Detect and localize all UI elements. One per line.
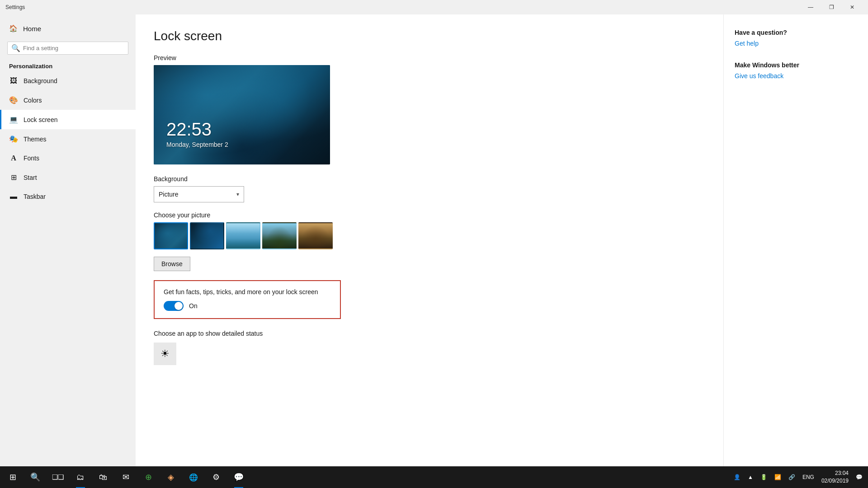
maximize-button[interactable]: ❐ <box>821 0 842 14</box>
title-bar: Settings — ❐ ✕ <box>0 0 868 14</box>
thumbnail-5[interactable] <box>298 222 333 249</box>
search-input[interactable] <box>23 45 124 52</box>
sidebar-item-label-lockscreen: Lock screen <box>24 116 57 123</box>
background-dropdown[interactable]: Picture ▾ <box>154 186 244 202</box>
sidebar-item-start[interactable]: ⊞ Start <box>0 168 136 187</box>
clock-time: 23:04 <box>821 469 849 477</box>
sidebar-item-label-themes: Themes <box>24 136 47 143</box>
language-button[interactable]: ENG <box>799 466 818 488</box>
picture-thumbnails <box>154 222 705 249</box>
preview-background <box>154 65 330 164</box>
settings-button-taskbar[interactable]: ⚙ <box>205 466 227 488</box>
colors-icon: 🎨 <box>9 96 18 104</box>
thumbnail-4[interactable] <box>262 222 297 249</box>
minimize-button[interactable]: — <box>800 0 821 14</box>
app-orange-button[interactable]: ◈ <box>160 466 182 488</box>
taskbar: ⊞ 🔍 ❑❑ 🗂 🛍 ✉ ⊕ ◈ 🌐 ⚙ 💬 👤 ▲ 🔋 📶 🔗 ENG 23:… <box>0 466 868 488</box>
thumbnail-3[interactable] <box>226 222 260 249</box>
sidebar-item-background[interactable]: 🖼 Background <box>0 71 136 90</box>
title-bar-controls: — ❐ ✕ <box>800 0 863 14</box>
feedback-link[interactable]: Give us feedback <box>735 72 857 80</box>
browse-button[interactable]: Browse <box>154 257 190 271</box>
taskbar-search-icon[interactable]: 👤 <box>730 466 744 488</box>
fonts-icon: A <box>9 154 18 162</box>
wifi-icon[interactable]: 📶 <box>771 466 785 488</box>
search-icon: 🔍 <box>11 44 20 52</box>
sidebar-home-label: Home <box>23 25 41 33</box>
sidebar-item-taskbar[interactable]: ▬ Taskbar <box>0 187 136 206</box>
close-button[interactable]: ✕ <box>842 0 863 14</box>
background-label: Background <box>154 175 705 183</box>
preview-date: Monday, September 2 <box>166 141 228 148</box>
toggle-row: On <box>164 301 331 311</box>
task-view-button[interactable]: ❑❑ <box>47 466 69 488</box>
lock-screen-preview: 22:53 Monday, September 2 <box>154 65 330 164</box>
fun-facts-text: Get fun facts, tips, tricks, and more on… <box>164 288 331 296</box>
fun-facts-toggle[interactable] <box>164 301 184 311</box>
chevron-down-icon: ▾ <box>236 191 239 197</box>
sidebar-item-label-colors: Colors <box>24 97 42 104</box>
chrome-button[interactable]: 🌐 <box>183 466 204 488</box>
start-icon: ⊞ <box>9 173 18 182</box>
sidebar-section-label: Personalization <box>0 59 136 71</box>
app-blue-button[interactable]: 💬 <box>228 466 250 488</box>
taskbar-icon-sidebar: ▬ <box>9 192 18 201</box>
notification-button[interactable]: 💬 <box>852 466 866 488</box>
taskbar-right: 👤 ▲ 🔋 📶 🔗 ENG 23:04 02/09/2019 💬 <box>730 466 866 488</box>
choose-app-label: Choose an app to show detailed status <box>154 330 705 337</box>
store-button[interactable]: 🛍 <box>92 466 114 488</box>
fun-facts-box: Get fun facts, tips, tricks, and more on… <box>154 280 341 319</box>
sidebar-item-label-fonts: Fonts <box>24 155 39 162</box>
toggle-label: On <box>189 302 198 310</box>
file-explorer-button[interactable]: 🗂 <box>70 466 91 488</box>
sidebar-search-container: 🔍 <box>7 42 128 55</box>
language-label: ENG <box>802 474 814 480</box>
background-icon: 🖼 <box>9 77 18 85</box>
sidebar-item-fonts[interactable]: A Fonts <box>0 149 136 168</box>
clock[interactable]: 23:04 02/09/2019 <box>818 466 852 488</box>
sidebar-item-lockscreen[interactable]: 💻 Lock screen <box>0 110 136 129</box>
sidebar-item-home[interactable]: 🏠 Home <box>0 18 136 39</box>
app-body: 🏠 Home 🔍 Personalization 🖼 Background 🎨 … <box>0 14 868 466</box>
sound-icon[interactable]: 🔗 <box>785 466 799 488</box>
home-icon: 🏠 <box>9 24 18 33</box>
dropdown-value: Picture <box>159 191 179 198</box>
themes-icon: 🎭 <box>9 135 18 143</box>
main-panel: Lock screen Preview 22:53 Monday, Septem… <box>136 14 723 466</box>
app-green-button[interactable]: ⊕ <box>137 466 159 488</box>
title-bar-title: Settings <box>5 4 25 10</box>
preview-time: 22:53 <box>166 119 212 140</box>
detailed-status-app-button[interactable]: ☀ <box>154 343 176 365</box>
start-button[interactable]: ⊞ <box>2 466 24 488</box>
sidebar-item-label-taskbar: Taskbar <box>24 193 46 200</box>
background-dropdown-row: Picture ▾ <box>154 186 705 202</box>
get-help-link[interactable]: Get help <box>735 40 857 47</box>
search-button-taskbar[interactable]: 🔍 <box>24 466 46 488</box>
lockscreen-icon: 💻 <box>9 115 18 124</box>
sidebar-item-colors[interactable]: 🎨 Colors <box>0 90 136 110</box>
weather-icon: ☀ <box>160 348 170 360</box>
preview-label: Preview <box>154 54 705 61</box>
clock-date: 02/09/2019 <box>821 477 849 485</box>
page-title: Lock screen <box>154 29 705 43</box>
battery-icon[interactable]: 🔋 <box>757 466 771 488</box>
help-title: Have a question? <box>735 29 857 36</box>
sidebar-item-label-start: Start <box>24 174 37 181</box>
sidebar: 🏠 Home 🔍 Personalization 🖼 Background 🎨 … <box>0 14 136 466</box>
thumbnail-2[interactable] <box>190 222 224 249</box>
right-panel: Have a question? Get help Make Windows b… <box>723 14 868 466</box>
mail-button[interactable]: ✉ <box>115 466 137 488</box>
taskbar-chevron[interactable]: ▲ <box>744 466 757 488</box>
sidebar-item-themes[interactable]: 🎭 Themes <box>0 129 136 149</box>
choose-picture-label: Choose your picture <box>154 211 705 219</box>
make-better-title: Make Windows better <box>735 61 857 69</box>
sidebar-item-label-background: Background <box>24 77 57 84</box>
person-icon: 👤 <box>734 474 741 480</box>
thumbnail-1[interactable] <box>154 222 188 249</box>
